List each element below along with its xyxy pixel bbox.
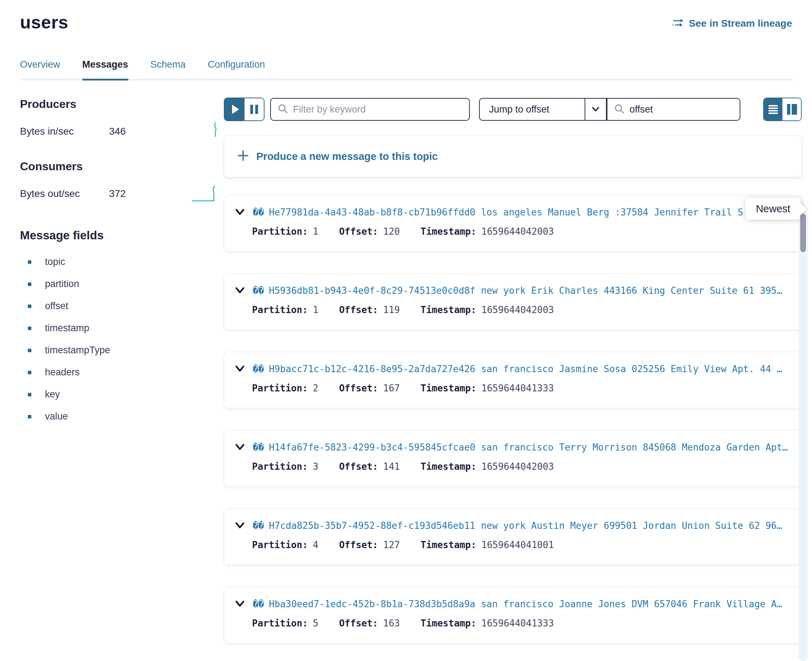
- list-view-button[interactable]: [764, 98, 782, 120]
- newest-tooltip-label: Newest: [756, 203, 790, 214]
- expand-chevron-icon[interactable]: [234, 600, 246, 608]
- partition-label: Partition:: [252, 461, 308, 472]
- replacement-glyphs: ��: [253, 285, 264, 296]
- partition-label: Partition:: [252, 383, 308, 394]
- card-view-icon: [786, 104, 797, 115]
- offset-jump-group: Jump to offset: [479, 98, 740, 121]
- offset-value: 141: [383, 461, 400, 472]
- field-label: timestamp: [45, 323, 90, 334]
- message-row[interactable]: ��Hba30eed7-1edc-452b-8b1a-738d3b5d8a9a …: [224, 587, 802, 643]
- message-field-item: topic: [20, 256, 222, 267]
- message-row[interactable]: ��He77981da-4a43-48ab-b8f8-cb71b96ffdd0 …: [224, 195, 802, 251]
- message-fields-heading: Message fields: [20, 228, 222, 242]
- timestamp-value: 1659644042003: [481, 226, 554, 237]
- offset-label: Offset:: [339, 383, 378, 394]
- expand-chevron-icon[interactable]: [234, 208, 246, 217]
- timestamp-label: Timestamp:: [421, 540, 477, 550]
- see-in-stream-lineage-link[interactable]: See in Stream lineage: [672, 18, 792, 29]
- tab-configuration[interactable]: Configuration: [208, 59, 265, 70]
- partition-value: 3: [313, 461, 319, 472]
- partition-label: Partition:: [252, 226, 308, 237]
- replacement-glyphs: ��: [253, 364, 264, 374]
- messages-panel: Jump to offset: [224, 97, 802, 661]
- offset-label: Offset:: [339, 305, 378, 315]
- scrollbar-track[interactable]: [798, 211, 808, 661]
- message-key: ��H9bacc71c-b12c-4216-8e95-2a7da727e426 …: [253, 364, 788, 374]
- field-bullet-icon: [28, 305, 31, 308]
- replacement-glyphs: ��: [253, 520, 264, 531]
- bytes-out-sparkline: [191, 182, 219, 205]
- consumers-heading: Consumers: [20, 160, 222, 173]
- bytes-in-stat: Bytes in/sec 346: [20, 120, 222, 143]
- message-row[interactable]: ��H9bacc71c-b12c-4216-8e95-2a7da727e426 …: [224, 352, 802, 408]
- message-field-item: key: [20, 389, 222, 400]
- partition-value: 1: [313, 305, 319, 315]
- partition-value: 4: [313, 540, 319, 550]
- produce-message-button[interactable]: Produce a new message to this topic: [224, 135, 802, 177]
- bytes-in-value: 346: [109, 126, 126, 137]
- jump-select-value: Jump to offset: [480, 104, 585, 115]
- offset-search-input[interactable]: [629, 104, 740, 115]
- tab-messages[interactable]: Messages: [82, 59, 128, 70]
- offset-value: 167: [383, 383, 400, 394]
- scrollbar-thumb[interactable]: [800, 214, 806, 252]
- message-row[interactable]: ��H5936db81-b943-4e0f-8c29-74513e0c0d8f …: [224, 273, 802, 330]
- message-list: ��He77981da-4a43-48ab-b8f8-cb71b96ffdd0 …: [224, 195, 802, 643]
- offset-value: 127: [383, 540, 400, 550]
- producers-heading: Producers: [20, 97, 222, 111]
- pause-button[interactable]: [245, 98, 264, 120]
- timestamp-value: 1659644042003: [481, 305, 554, 315]
- timestamp-value: 1659644042003: [481, 461, 554, 472]
- partition-label: Partition:: [252, 305, 308, 315]
- field-label: offset: [45, 300, 69, 311]
- jump-to-offset-select[interactable]: Jump to offset: [479, 98, 607, 121]
- messages-toolbar: Jump to offset: [224, 97, 802, 121]
- partition-value: 5: [313, 618, 319, 629]
- offset-search-box: [607, 98, 740, 121]
- message-field-item: timestampType: [20, 345, 222, 356]
- play-pause-group: [224, 97, 264, 121]
- expand-chevron-icon[interactable]: [234, 443, 246, 452]
- message-row[interactable]: ��H7cda825b-35b7-4952-88ef-c193d546eb11 …: [224, 509, 802, 565]
- field-label: timestampType: [45, 345, 110, 356]
- message-field-item: headers: [20, 367, 222, 378]
- offset-value: 119: [383, 305, 400, 315]
- card-view-button[interactable]: [782, 98, 801, 120]
- offset-label: Offset:: [339, 540, 378, 550]
- offset-label: Offset:: [339, 226, 378, 237]
- message-key: ��Hba30eed7-1edc-452b-8b1a-738d3b5d8a9a …: [253, 599, 788, 609]
- keyword-filter-box: [270, 98, 470, 121]
- plus-icon: [237, 150, 249, 163]
- message-field-item: timestamp: [20, 323, 222, 334]
- message-row[interactable]: ��H14fa67fe-5823-4299-b3c4-595845cfcae0 …: [224, 430, 802, 487]
- expand-chevron-icon[interactable]: [234, 365, 246, 373]
- play-icon: [232, 105, 239, 114]
- partition-label: Partition:: [252, 540, 308, 550]
- metrics-sidebar: Producers Bytes in/sec 346 Consumers Byt…: [20, 97, 222, 661]
- offset-value: 120: [383, 226, 400, 237]
- bytes-in-sparkline: [195, 120, 219, 143]
- play-button[interactable]: [224, 98, 245, 120]
- message-key: ��He77981da-4a43-48ab-b8f8-cb71b96ffdd0 …: [253, 207, 788, 217]
- expand-chevron-icon[interactable]: [234, 286, 246, 295]
- replacement-glyphs: ��: [253, 599, 264, 609]
- chevron-down-icon: [585, 99, 606, 120]
- newest-tooltip: Newest: [746, 198, 800, 220]
- bytes-out-value: 372: [109, 188, 126, 200]
- field-label: partition: [45, 278, 79, 289]
- produce-message-label: Produce a new message to this topic: [256, 151, 438, 163]
- tab-overview[interactable]: Overview: [20, 59, 60, 70]
- message-key: ��H14fa67fe-5823-4299-b3c4-595845cfcae0 …: [253, 442, 788, 453]
- page-header: users See in Stream lineage: [20, 0, 792, 33]
- field-label: topic: [45, 256, 65, 267]
- search-icon: [277, 103, 288, 115]
- timestamp-value: 1659644041333: [481, 618, 554, 629]
- timestamp-value: 1659644041333: [481, 383, 554, 394]
- field-bullet-icon: [28, 371, 31, 374]
- message-meta: Partition: 2 Offset: 167 Timestamp: 1659…: [234, 383, 788, 394]
- tab-schema[interactable]: Schema: [151, 59, 186, 70]
- message-field-item: offset: [20, 300, 222, 311]
- keyword-filter-input[interactable]: [293, 104, 469, 115]
- list-view-icon: [768, 104, 778, 114]
- expand-chevron-icon[interactable]: [234, 521, 246, 530]
